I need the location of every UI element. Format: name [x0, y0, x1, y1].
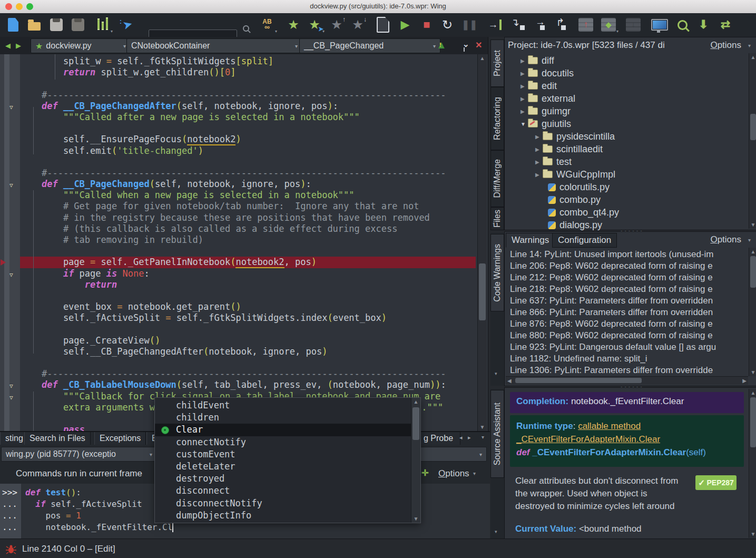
- pause-icon[interactable]: ❚❚: [460, 16, 478, 34]
- editor-scrollbar[interactable]: ▲ ▼: [477, 54, 487, 431]
- new-file-icon[interactable]: [4, 16, 22, 34]
- fold-marker-icon[interactable]: ▽: [9, 269, 13, 280]
- tree-item-combo.py[interactable]: combo.py: [505, 193, 745, 206]
- popup-item-destroyed[interactable]: destroyed: [155, 473, 420, 485]
- popup-item-children[interactable]: children: [155, 412, 420, 424]
- tab-configuration[interactable]: Configuration: [552, 233, 617, 248]
- editor-line[interactable]: """Called after a new page is selected i…: [0, 112, 490, 123]
- tab-debug-probe[interactable]: g Probe: [419, 432, 460, 445]
- editor-line[interactable]: [0, 357, 490, 368]
- warning-row[interactable]: Line 1306: PyLint: Parameters differ fro…: [510, 365, 738, 376]
- run-to-cursor-icon[interactable]: ◆▾: [600, 16, 617, 34]
- popup-item-connectNotify[interactable]: connectNotify: [155, 436, 420, 448]
- editor-line[interactable]: #---------------------------------------…: [0, 368, 490, 379]
- tree-item-combo_qt4.py[interactable]: combo_qt4.py: [505, 206, 745, 219]
- project-scrollbar[interactable]: ▲ ▼: [749, 53, 756, 229]
- refresh-icon[interactable]: ⇄: [716, 16, 734, 34]
- warning-row[interactable]: Line 876: Pep8: W602 deprecated form of …: [510, 318, 738, 330]
- tab-code-warnings[interactable]: Code Warnings: [490, 234, 504, 311]
- editor-line[interactable]: self.__CB_PageChangedAfter(notebook, ign…: [0, 346, 490, 357]
- editor-line[interactable]: [0, 290, 490, 301]
- tree-expander-icon[interactable]: ▶: [535, 134, 543, 140]
- tree-item-edit[interactable]: ▶edit: [505, 80, 745, 92]
- tab-search-in-files[interactable]: Search in Files: [24, 432, 91, 445]
- warning-row[interactable]: Line 637: PyLint: Parameters differ from…: [510, 295, 738, 307]
- warnings-indicator-icon[interactable]: ▲: [436, 39, 447, 51]
- editor-line[interactable]: event_box = notebook.get_parent(): [0, 301, 490, 312]
- current-breakpoint-line[interactable]: page = self._GetPanelInNotebook(notebook…: [0, 257, 490, 268]
- strip-scroll-icon[interactable]: ▾: [495, 529, 497, 534]
- editor-line[interactable]: # Get page for given notebook/tab number…: [0, 201, 490, 212]
- stack-frame-dropdown[interactable]: wing.py (pid 85777) (exceptio ▾: [1, 447, 157, 462]
- editor-line[interactable]: # (this callback is also called as a sid…: [0, 223, 490, 234]
- file-tab-dropdown[interactable]: ★ dockview.py ▾: [31, 38, 131, 53]
- nav-forward-icon[interactable]: ▶: [16, 42, 21, 50]
- editor-line[interactable]: return split_w.get_children()[0]: [0, 67, 490, 78]
- run-icon[interactable]: ▶: [396, 16, 414, 34]
- tree-item-colorutils.py[interactable]: colorutils.py: [505, 181, 745, 193]
- add-icon[interactable]: ✛: [421, 468, 428, 478]
- frame-up-icon[interactable]: ↑: [577, 16, 595, 34]
- warnings-hscrollbar[interactable]: ◀ ▶: [506, 376, 748, 385]
- editor-line[interactable]: #---------------------------------------…: [0, 168, 490, 179]
- step-out-icon[interactable]: →: [531, 16, 549, 34]
- popup-scrollbar[interactable]: ▲ ▼: [411, 398, 420, 523]
- strip-scroll-icons[interactable]: ‹ ›: [493, 221, 497, 226]
- runtime-type-link[interactable]: callable method: [578, 421, 641, 431]
- tree-item-test[interactable]: ▶test: [505, 155, 745, 168]
- tab-scroll-right-icon[interactable]: ▸: [468, 434, 471, 441]
- editor-line[interactable]: # tab removing in rebuild): [0, 234, 490, 246]
- editor-line[interactable]: split_w = self._fGtkSplitWidgets[split]: [0, 56, 490, 67]
- editor-line[interactable]: self.__EnsurePageFocus(notebook2): [0, 134, 490, 145]
- tree-expander-icon[interactable]: ▶: [535, 159, 543, 165]
- editor-line[interactable]: ▽ def _CB_TabLabelMouseDown(self, tab_la…: [0, 379, 490, 390]
- open-folder-icon[interactable]: [25, 16, 43, 34]
- editor-line[interactable]: ▽ def __CB_PageChanged(self, notebook, i…: [0, 179, 490, 190]
- editor-line[interactable]: self.emit('title-changed'): [0, 145, 490, 156]
- tree-expander-icon[interactable]: ▶: [521, 71, 528, 76]
- bookmark-prev-icon[interactable]: ★↑: [328, 16, 346, 34]
- goto-down-icon[interactable]: ⬇: [694, 16, 712, 34]
- fold-marker-icon[interactable]: ▽: [9, 180, 13, 191]
- tree-item-guimgr[interactable]: ▶guimgr: [505, 105, 745, 118]
- tab-files[interactable]: Files: [490, 207, 504, 230]
- nav-back-icon[interactable]: ◀: [5, 42, 11, 50]
- tree-item-docutils[interactable]: ▶docutils: [505, 67, 745, 80]
- popup-item-dumpObjectInfo[interactable]: dumpObjectInfo: [155, 510, 420, 522]
- breakpoint-icon[interactable]: [1, 259, 6, 266]
- bookmark-goto-icon[interactable]: ★➤▾: [306, 16, 323, 34]
- tree-expander-icon[interactable]: ▶: [521, 109, 528, 114]
- autocomplete-popup[interactable]: childEventchildrenClearconnectNotifycust…: [154, 397, 421, 523]
- tree-expander-icon[interactable]: ▶: [535, 172, 543, 178]
- stop-icon[interactable]: ■: [418, 16, 436, 34]
- editor-line[interactable]: return: [0, 279, 490, 290]
- tree-item-scintillaedit[interactable]: ▶scintillaedit: [505, 143, 745, 155]
- tab-project[interactable]: Project: [490, 40, 504, 87]
- warnings-options-button[interactable]: Options: [710, 234, 741, 245]
- shell-row[interactable]: ... notebook._fEventFilter.Cl: [0, 522, 490, 533]
- method-dropdown[interactable]: __CB_PageChanged ▾: [299, 38, 440, 53]
- editor-line[interactable]: self._fActiveSplit = self._fGtkSplitWidg…: [0, 312, 490, 324]
- editor-line[interactable]: [0, 156, 490, 168]
- editor-line[interactable]: [0, 123, 490, 134]
- close-editor-icon[interactable]: ✕: [475, 40, 482, 50]
- popup-item-childEvent[interactable]: childEvent: [155, 399, 420, 412]
- warning-row[interactable]: Line 212: Pep8: W602 deprecated form of …: [510, 272, 738, 283]
- save-icon[interactable]: [47, 16, 65, 34]
- search-replace-icon[interactable]: AB∞ ▾: [258, 16, 276, 34]
- editor-line[interactable]: """Called when a new page is selected in…: [0, 190, 490, 201]
- editor-line[interactable]: [0, 246, 490, 257]
- profile-bars-icon[interactable]: ▾: [94, 16, 112, 34]
- debug-file-icon[interactable]: [374, 16, 392, 34]
- strip-scroll-icon[interactable]: ▾: [495, 371, 497, 376]
- tree-item-guiutils[interactable]: ▼guiutils: [505, 118, 745, 130]
- tree-expander-icon[interactable]: ▼: [521, 121, 528, 127]
- tree-item-external[interactable]: ▶external: [505, 92, 745, 105]
- class-dropdown[interactable]: CNotebookContainer ▾: [126, 38, 302, 53]
- frame-down-icon[interactable]: ↓: [624, 16, 642, 34]
- editor-line[interactable]: #---------------------------------------…: [0, 90, 490, 101]
- popup-item-deleteLater[interactable]: deleteLater: [155, 461, 420, 473]
- project-options-button[interactable]: Options: [710, 40, 741, 51]
- assistant-scrollbar[interactable]: ▲ ▼: [749, 389, 756, 538]
- popup-item-disconnect[interactable]: disconnect: [155, 485, 420, 497]
